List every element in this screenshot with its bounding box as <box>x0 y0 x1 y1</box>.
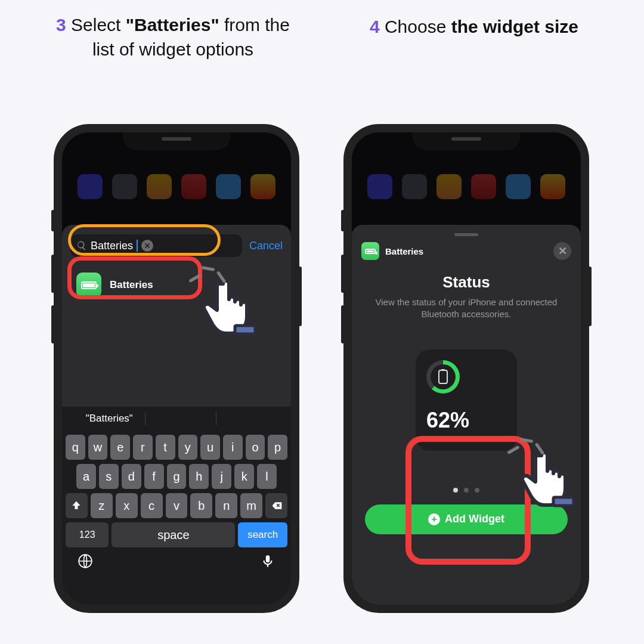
key-k[interactable]: k <box>234 464 254 489</box>
svg-rect-2 <box>439 370 447 383</box>
highlight-widget-size <box>405 436 531 565</box>
close-button[interactable]: ✕ <box>553 242 571 260</box>
keyboard-row-3: z x c v b n m <box>66 493 287 518</box>
battery-ring-icon <box>426 360 460 394</box>
keyboard: "Batteries" q w e r t y u i o p a s d f … <box>62 407 291 605</box>
key-shift[interactable] <box>66 493 88 518</box>
key-backspace[interactable] <box>265 493 287 518</box>
key-n[interactable]: n <box>215 493 237 518</box>
key-space[interactable]: space <box>112 522 235 547</box>
keyboard-suggestion-bar: "Batteries" <box>66 407 287 431</box>
key-p[interactable]: p <box>268 435 287 460</box>
shift-icon <box>70 500 82 512</box>
key-s[interactable]: s <box>99 464 119 489</box>
tap-cursor-left <box>197 267 262 341</box>
batteries-app-icon <box>361 242 379 260</box>
key-h[interactable]: h <box>189 464 209 489</box>
phone-left: Batteries Cancel Batteries "Batteries" q… <box>54 124 299 613</box>
key-e[interactable]: e <box>110 435 130 460</box>
svg-rect-3 <box>441 369 445 370</box>
key-123[interactable]: 123 <box>66 522 109 547</box>
keyboard-suggestion[interactable]: "Batteries" <box>74 413 145 425</box>
homescreen-apps <box>62 174 291 199</box>
key-j[interactable]: j <box>212 464 231 489</box>
keyboard-row-1: q w e r t y u i o p <box>66 435 287 460</box>
step-3-caption: 3 Select "Batteries" from the list of wi… <box>45 13 301 61</box>
key-y[interactable]: y <box>178 435 198 460</box>
widget-preview-small[interactable]: 62% <box>416 349 517 451</box>
step-4-num: 4 <box>370 17 380 36</box>
widget-title: Status <box>361 273 571 292</box>
key-f[interactable]: f <box>144 464 164 489</box>
step-4-caption: 4 Choose the widget size <box>346 15 602 39</box>
highlight-batteries-result <box>67 256 202 299</box>
key-v[interactable]: v <box>166 493 188 518</box>
close-icon: ✕ <box>558 244 567 258</box>
key-o[interactable]: o <box>246 435 265 460</box>
key-x[interactable]: x <box>116 493 138 518</box>
key-search[interactable]: search <box>238 522 287 547</box>
widget-config-sheet: Batteries ✕ Status View the status of yo… <box>352 225 581 605</box>
sheet-grabber[interactable] <box>454 233 478 236</box>
keyboard-row-4: 123 space search <box>66 522 287 547</box>
key-i[interactable]: i <box>223 435 243 460</box>
mic-icon[interactable] <box>260 553 275 569</box>
phone-right: Batteries ✕ Status View the status of yo… <box>343 124 589 613</box>
notch <box>123 132 230 150</box>
battery-percent: 62% <box>426 408 506 433</box>
step-3-num: 3 <box>56 15 66 35</box>
homescreen-apps <box>352 174 581 199</box>
tap-cursor-right <box>515 439 581 513</box>
key-l[interactable]: l <box>257 464 277 489</box>
key-a[interactable]: a <box>76 464 96 489</box>
highlight-search-box <box>68 224 221 256</box>
key-t[interactable]: t <box>156 435 175 460</box>
svg-rect-1 <box>235 326 255 334</box>
key-m[interactable]: m <box>240 493 262 518</box>
globe-icon[interactable] <box>78 553 93 569</box>
key-q[interactable]: q <box>66 435 85 460</box>
notch <box>413 132 520 150</box>
key-u[interactable]: u <box>200 435 220 460</box>
key-d[interactable]: d <box>122 464 141 489</box>
backspace-icon <box>271 500 283 512</box>
key-g[interactable]: g <box>167 464 187 489</box>
keyboard-row-2: a s d f g h j k l <box>66 464 287 489</box>
key-z[interactable]: z <box>91 493 113 518</box>
key-w[interactable]: w <box>88 435 108 460</box>
widget-description: View the status of your iPhone and conne… <box>361 296 571 321</box>
cancel-button[interactable]: Cancel <box>249 240 283 252</box>
key-c[interactable]: c <box>141 493 163 518</box>
key-b[interactable]: b <box>190 493 212 518</box>
sheet-title: Batteries <box>385 246 423 256</box>
key-r[interactable]: r <box>133 435 153 460</box>
svg-rect-4 <box>553 497 574 506</box>
